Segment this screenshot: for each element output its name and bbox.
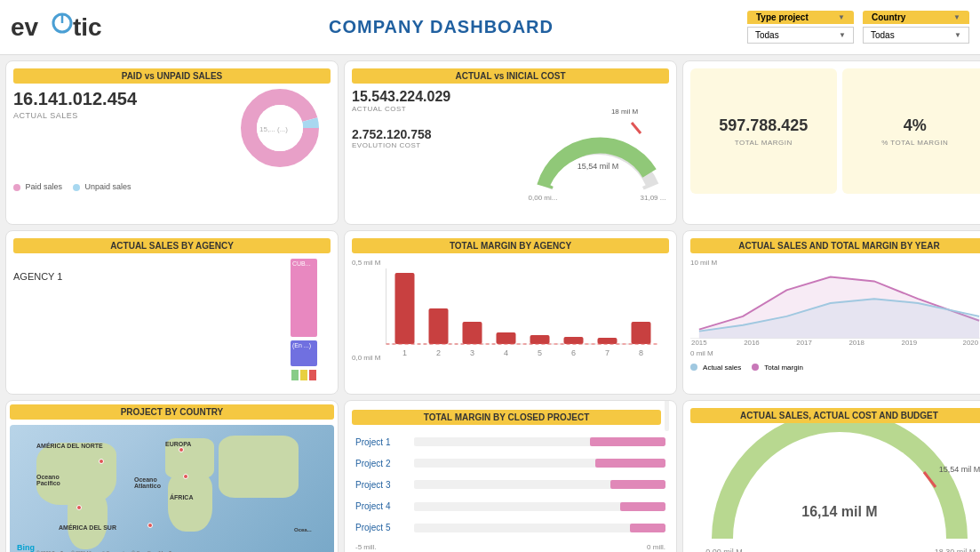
agency-bar-cub: CUB... — [291, 259, 317, 337]
project-row-5: Project 5 — [355, 520, 665, 535]
total-margin-box: 597.788.425 TOTAL MARGIN — [690, 68, 837, 194]
project-by-country-card: PROJECT BY COUNTRY AMÉRICA DEL NORTE EUR… — [5, 400, 339, 552]
logo: ev tic — [11, 7, 135, 48]
map-dot-4 — [76, 505, 82, 510]
agency-item: AGENCY 1 — [13, 268, 274, 285]
actual-sales-legend: Actual sales — [690, 361, 741, 372]
total-margin-agency-title: TOTAL MARGIN BY AGENCY — [352, 238, 669, 253]
actual-cost-label: ACTUAL COST — [352, 105, 520, 113]
total-margin-closed-card: TOTAL MARGIN BY CLOSED PROJECT Project 1… — [344, 400, 677, 552]
svg-text:2017: 2017 — [796, 339, 812, 347]
main-grid: PAID vs UNPAID SALES 16.141.012.454 ACTU… — [0, 55, 980, 552]
world-map: AMÉRICA DEL NORTE EUROPA ÁFRICA OceanoPa… — [10, 425, 334, 552]
big-gauge-chart: 16,14 mil M 15,54 mil M 0,00 mil M 18,30… — [697, 423, 981, 553]
type-project-select[interactable]: Todas ▼ — [747, 27, 854, 44]
bing-logo: Bing — [17, 543, 35, 552]
header: ev tic COMPANY DASHBOARD Type project ▼ … — [0, 0, 980, 55]
pct-margin-box: 4% % TOTAL MARGIN — [842, 68, 981, 194]
svg-rect-16 — [463, 322, 482, 344]
svg-text:2020: 2020 — [963, 339, 979, 347]
project-2-label: Project 2 — [355, 459, 409, 468]
pct-margin-label: % TOTAL MARGIN — [881, 139, 948, 147]
project-row-3: Project 3 — [355, 477, 665, 492]
country-filter[interactable]: Country ▼ Todas ▼ — [863, 11, 969, 44]
chevron-down-icon: ▼ — [953, 13, 960, 21]
svg-rect-14 — [395, 273, 415, 344]
actual-sales-agency-card: ACTUAL SALES BY AGENCY AGENCY 1 CUB... (… — [5, 230, 339, 395]
total-margin-value: 597.788.425 — [719, 116, 808, 135]
donut-small-label: 15,... (...) — [259, 125, 288, 133]
en-label: (En ...) — [292, 342, 311, 348]
paid-legend: Paid sales — [13, 182, 62, 191]
type-project-label: Type project ▼ — [747, 11, 854, 24]
svg-rect-15 — [429, 308, 449, 344]
chart-legend: Paid sales Unpaid sales — [13, 182, 331, 191]
filters: Type project ▼ Todas ▼ Country ▼ Todas ▼ — [747, 11, 969, 44]
svg-rect-20 — [598, 338, 617, 344]
africa-label: ÁFRICA — [170, 494, 193, 500]
project-5-label: Project 5 — [355, 523, 409, 532]
actual-cost-value: 15.543.224.029 — [352, 89, 520, 105]
svg-rect-18 — [530, 335, 550, 344]
small-bars — [291, 370, 316, 380]
svg-text:0,00 mi...: 0,00 mi... — [529, 194, 558, 202]
svg-text:2015: 2015 — [691, 339, 707, 347]
project-3-label: Project 3 — [355, 480, 409, 490]
paid-unpaid-card: PAID vs UNPAID SALES 16.141.012.454 ACTU… — [5, 60, 339, 225]
agency-content: AGENCY 1 CUB... (En ...) — [13, 259, 331, 384]
svg-rect-19 — [564, 337, 584, 344]
project-1-bar-bg — [414, 437, 665, 446]
cub-label: CUB... — [292, 260, 311, 267]
actual-sales-year-card: ACTUAL SALES AND TOTAL MARGIN BY YEAR 10… — [682, 230, 980, 395]
chevron-down-icon: ▼ — [839, 31, 846, 39]
line-chart-legend: Actual sales Total margin — [690, 361, 980, 372]
actual-sales-agency-title: ACTUAL SALES BY AGENCY — [13, 238, 331, 253]
project-5-bar — [630, 524, 665, 532]
total-margin-legend-dot — [752, 364, 759, 371]
actual-sales-cost-title: ACTUAL SALES, ACTUAL COST AND BUDGET — [690, 408, 980, 423]
project-2-bar-bg — [414, 459, 665, 468]
line-chart-container: 10 mil M 2015 2016 2017 2018 2019 2020 0… — [690, 259, 980, 372]
margin-bar-chart: 1 2 3 4 5 6 7 8 — [352, 268, 669, 357]
chevron-down-icon: ▼ — [954, 31, 961, 39]
axis-left: -5 mill. — [355, 543, 377, 551]
margins-grid: 597.788.425 TOTAL MARGIN 4% % TOTAL MARG… — [690, 68, 980, 194]
page-title: COMPANY DASHBOARD — [135, 17, 747, 37]
evolution-cost-label: EVOLUTION COST — [352, 141, 520, 149]
paid-unpaid-title: PAID vs UNPAID SALES — [13, 68, 331, 84]
country-select[interactable]: Todas ▼ — [863, 27, 969, 44]
y-top-label: 10 mil M — [690, 259, 980, 267]
svg-text:0,00 mil M: 0,00 mil M — [705, 548, 743, 553]
actual-vs-initial-card: ACTUAL vs INICIAL COST 15.543.224.029 AC… — [344, 60, 677, 225]
project-5-bar-bg — [414, 524, 665, 532]
actual-initial-title: ACTUAL vs INICIAL COST — [352, 68, 669, 84]
actual-sales-legend-dot — [690, 364, 697, 371]
project-list-container: Project 1 Project 2 Project 3 Project 4 — [352, 431, 669, 552]
chevron-down-icon: ▼ — [838, 13, 845, 21]
pct-margin-value: 4% — [904, 116, 927, 135]
agency-bar-en: (En ...) — [291, 340, 317, 366]
y-axis-bottom: 0,0 mil M — [352, 354, 669, 362]
type-project-filter[interactable]: Type project ▼ Todas ▼ — [747, 11, 854, 44]
project-3-bar-bg — [414, 480, 665, 489]
map-dot-3 — [183, 474, 188, 479]
bar-chart-container: 0,5 mil M 1 2 3 4 5 — [352, 259, 669, 384]
svg-text:18,30 mil M: 18,30 mil M — [934, 548, 976, 553]
small-bar-2 — [300, 370, 307, 380]
project-1-bar — [590, 437, 665, 446]
closed-title-row: TOTAL MARGIN BY CLOSED PROJECT — [352, 408, 669, 431]
project-country-title: PROJECT BY COUNTRY — [10, 404, 334, 420]
project-row-4: Project 4 — [355, 499, 665, 514]
svg-text:2019: 2019 — [902, 339, 918, 347]
svg-text:2016: 2016 — [744, 339, 760, 347]
oceano-atlantico-label: OceanoAtlantico — [134, 476, 161, 489]
project-1-label: Project 1 — [355, 437, 409, 447]
total-margin-label: TOTAL MARGIN — [735, 139, 793, 147]
scrollbar[interactable] — [665, 400, 669, 431]
svg-rect-17 — [497, 332, 516, 344]
asia-shape — [219, 436, 299, 498]
project-row-2: Project 2 — [355, 456, 665, 471]
europa-label: EUROPA — [165, 441, 191, 447]
map-dot-1 — [99, 459, 104, 464]
svg-rect-21 — [632, 322, 651, 344]
